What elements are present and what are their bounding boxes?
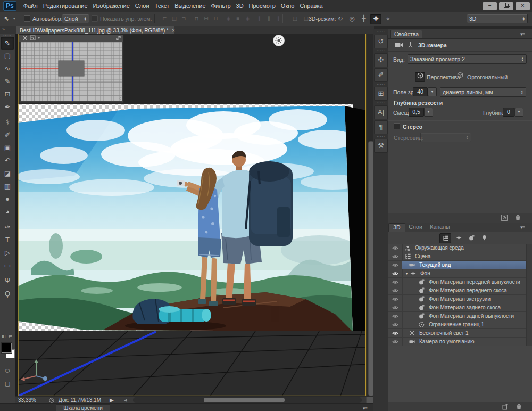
tree-row[interactable]: Фон Материал задней выпуклости: [388, 312, 532, 320]
tab-timeline[interactable]: Шкала времени: [56, 404, 110, 411]
tree-row[interactable]: Окружающая среда: [388, 244, 532, 252]
brush-presets-panel-icon[interactable]: ✣: [374, 53, 388, 67]
blur-tool[interactable]: ●: [1, 193, 14, 206]
rectangular-marquee-tool[interactable]: ▢: [1, 50, 14, 62]
trash-icon[interactable]: [516, 404, 522, 411]
visibility-eye-icon[interactable]: [388, 329, 403, 337]
filter-materials-icon[interactable]: [466, 233, 477, 242]
new-item-icon[interactable]: [502, 404, 509, 411]
panel-grip[interactable]: •••••: [373, 102, 388, 104]
visibility-eye-icon[interactable]: [388, 278, 403, 286]
tree-row[interactable]: Камера по умолчанию: [388, 338, 532, 346]
autoselect-target-dropdown[interactable]: Слой ▲▼: [62, 14, 89, 23]
brush-tool[interactable]: ✐: [1, 129, 14, 142]
offset-dropdown-icon[interactable]: ▼: [424, 108, 433, 117]
infinite-light-widget[interactable]: [273, 35, 285, 46]
3d-roll-camera-icon[interactable]: ◎: [347, 14, 357, 23]
restore-button[interactable]: [499, 2, 513, 10]
foreground-color-swatch[interactable]: [2, 343, 12, 353]
visibility-eye-icon[interactable]: [388, 303, 403, 311]
tree-row[interactable]: ▼Фон: [388, 269, 532, 278]
tree-row[interactable]: Бесконечный свет 1: [388, 329, 532, 338]
expander-icon[interactable]: ▼: [405, 272, 410, 275]
tree-row[interactable]: Сцена: [388, 252, 532, 261]
horizontal-scrollbar[interactable]: [133, 397, 362, 403]
path-selection-tool[interactable]: ▷: [1, 246, 14, 259]
3d-slide-camera-icon[interactable]: ✥: [370, 14, 381, 24]
panel-grip[interactable]: •••••: [373, 50, 388, 52]
swap-colors-icon[interactable]: ⇄: [9, 334, 12, 339]
rectangle-shape-tool[interactable]: ▭: [1, 259, 14, 272]
panel-grip[interactable]: •••••: [373, 83, 388, 86]
tree-row[interactable]: Текущий вид: [388, 261, 532, 269]
minimize-button[interactable]: –: [483, 2, 497, 10]
history-brush-tool[interactable]: ↶: [1, 154, 14, 167]
tool-presets-panel-icon[interactable]: ⚒: [374, 139, 388, 153]
menu-item-2[interactable]: Изображение: [90, 1, 132, 12]
menu-item-1[interactable]: Редактирование: [40, 1, 90, 12]
tree-row[interactable]: Фон Материал передней выпуклости: [388, 278, 532, 286]
visibility-eye-icon[interactable]: [388, 295, 403, 303]
3d-orbit-camera-icon[interactable]: ↻: [335, 14, 345, 23]
tab-channels[interactable]: Каналы: [427, 223, 453, 232]
depth-value[interactable]: 0: [503, 108, 514, 117]
document-tab[interactable]: BestHDWallpapersPack888_111.jpg @ 33,3% …: [16, 26, 174, 35]
tab-3d[interactable]: 3D: [388, 223, 405, 232]
photo-image[interactable]: [16, 101, 364, 335]
history-panel-icon[interactable]: ↺: [374, 35, 388, 48]
type-tool[interactable]: T: [1, 234, 14, 246]
visibility-eye-icon[interactable]: [388, 252, 403, 260]
panel-menu-icon[interactable]: ▾≡: [520, 31, 525, 37]
panel-menu-icon[interactable]: ▾≡: [520, 225, 525, 230]
autoselect-checkbox[interactable]: [24, 15, 30, 22]
visibility-eye-icon[interactable]: [388, 286, 403, 294]
stereo-checkbox[interactable]: [394, 123, 400, 129]
tree-row[interactable]: Фон Материал переднего скоса: [388, 286, 532, 295]
eraser-tool[interactable]: ◪: [1, 167, 14, 180]
visibility-eye-icon[interactable]: [388, 320, 403, 328]
menu-item-8[interactable]: Просмотр: [246, 1, 278, 12]
menu-item-4[interactable]: Текст: [152, 1, 172, 12]
tree-row[interactable]: Фон Материал экструзии: [388, 295, 532, 303]
render-icon[interactable]: [501, 215, 508, 222]
filter-meshes-icon[interactable]: [453, 233, 464, 242]
hand-tool[interactable]: Ψ: [1, 275, 14, 287]
orthographic-toggle[interactable]: [455, 72, 464, 81]
tab-properties[interactable]: Свойства: [390, 30, 422, 39]
zoom-tool[interactable]: Ϙ: [1, 287, 14, 300]
horizontal-scrollbar-thumb[interactable]: [204, 398, 285, 402]
paragraph-panel-icon[interactable]: ¶: [374, 120, 388, 134]
depth-dropdown-icon[interactable]: ▼: [514, 108, 523, 117]
visibility-eye-icon[interactable]: [388, 338, 403, 346]
eyedropper-tool[interactable]: ✒: [1, 101, 14, 113]
healing-brush-tool[interactable]: ⚕: [1, 116, 14, 129]
tree-row[interactable]: Фон Материал заднего скоса: [388, 303, 532, 312]
offset-value[interactable]: 0,5: [409, 108, 424, 117]
menu-item-3[interactable]: Слои: [132, 1, 152, 12]
tab-layers[interactable]: Слои: [405, 223, 426, 232]
dodge-tool[interactable]: ◕: [1, 206, 14, 218]
filter-lights-icon[interactable]: [479, 233, 489, 242]
crop-tool[interactable]: ⊡: [1, 88, 14, 101]
default-colors-icon[interactable]: ◧: [2, 334, 6, 339]
layer-comps-panel-icon[interactable]: ⊞: [374, 87, 388, 101]
tool-preset-caret-icon[interactable]: ▾: [13, 17, 15, 21]
menu-item-0[interactable]: Файл: [21, 1, 40, 12]
show-transform-checkbox[interactable]: [92, 15, 98, 22]
current-tool-icon[interactable]: ⇖: [4, 15, 9, 22]
view-dropdown[interactable]: Заказной просмотр 2 ▲▼: [408, 54, 527, 64]
trash-icon[interactable]: [515, 215, 521, 222]
menu-item-6[interactable]: Фильтр: [209, 1, 234, 12]
document-size[interactable]: Док: 11,7M/13,1M: [59, 397, 101, 403]
visibility-eye-icon[interactable]: [388, 269, 403, 277]
perspective-toggle[interactable]: [415, 72, 425, 82]
tab-close-icon[interactable]: ×: [172, 28, 175, 34]
zoom-level[interactable]: 33,33%: [18, 397, 36, 403]
menu-item-7[interactable]: 3D: [234, 1, 246, 12]
close-button[interactable]: ×: [516, 2, 530, 10]
lens-dropdown[interactable]: диаметр линзы, мм ▲▼: [440, 87, 526, 97]
filter-whole-scene-icon[interactable]: [439, 233, 451, 243]
3d-pan-camera-icon[interactable]: ╋: [359, 14, 369, 23]
quick-selection-tool[interactable]: ✎: [1, 75, 14, 88]
move-tool[interactable]: ⇖: [1, 37, 14, 50]
